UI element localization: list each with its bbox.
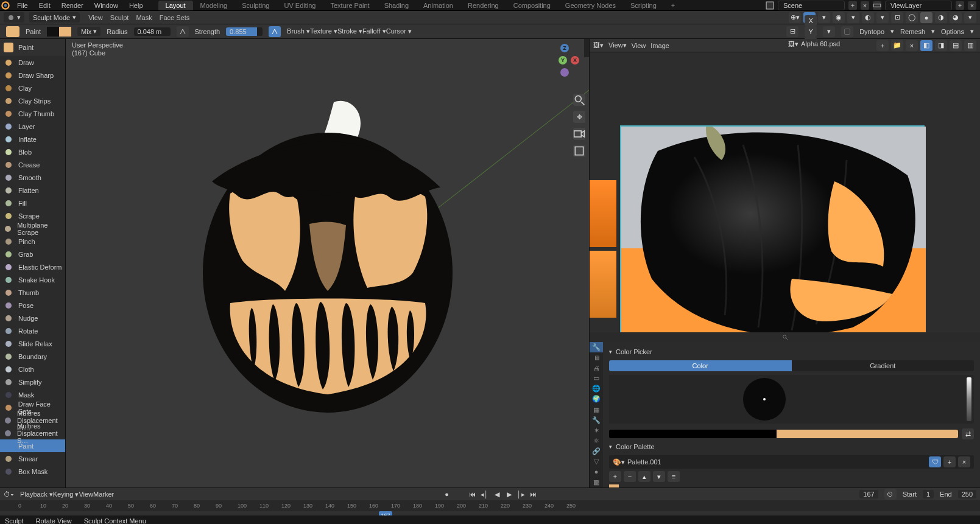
radius-field[interactable]: 0.048 m (134, 27, 171, 36)
palette-browse-icon[interactable]: 🎨▾ (613, 458, 625, 466)
scene-pin-icon[interactable]: × (861, 1, 869, 10)
next-keyframe-icon[interactable]: │▸ (516, 489, 527, 499)
color-palette-panel-header[interactable]: ▾Color Palette (609, 441, 974, 453)
color-picker-panel-header[interactable]: ▾Color Picker (609, 346, 974, 358)
play-reverse-icon[interactable]: ◀ (492, 489, 502, 499)
workspace-tab-rendering[interactable]: Rendering (460, 1, 506, 10)
start-frame-field[interactable]: 1 (923, 490, 934, 498)
palette-unlink-icon[interactable]: × (958, 456, 970, 467)
tool-multiplane-scrape[interactable]: Multiplane Scrape (0, 222, 65, 235)
gradient-tab[interactable]: Gradient (792, 360, 975, 371)
prop-tab-output[interactable]: 🖨 (590, 363, 603, 373)
timeline-menu-keying[interactable]: Keying ▾ (53, 491, 79, 498)
scene-field[interactable]: Scene (778, 1, 845, 10)
outliner-search[interactable] (590, 332, 980, 342)
tool-nudge[interactable]: Nudge (0, 312, 65, 324)
palette-fake-user-icon[interactable]: 🛡 (929, 456, 941, 467)
prop-tab-physics[interactable]: ⚛ (590, 436, 603, 446)
tool-elastic-deform[interactable]: Elastic Deform (0, 260, 65, 273)
prop-tab-scene[interactable]: 🌐 (590, 383, 603, 394)
secondary-color-swatch[interactable] (59, 27, 71, 37)
image-editor-viewport[interactable] (590, 52, 980, 332)
snap-dropdown[interactable]: ▾ (818, 12, 830, 23)
tool-layer[interactable]: Layer (0, 120, 65, 133)
tool-smear[interactable]: Smear (0, 452, 65, 465)
workspace-tab-geometry-nodes[interactable]: Geometry Nodes (558, 1, 623, 10)
tool-thumb[interactable]: Thumb (0, 286, 65, 299)
scene-browse-icon[interactable] (766, 1, 774, 10)
current-frame-field[interactable]: 167 (859, 490, 878, 498)
primary-color-swatch[interactable] (47, 27, 59, 37)
timeline-menu-view[interactable]: View (79, 491, 93, 498)
palette-add-color-icon[interactable]: + (609, 471, 621, 482)
prop-tab-render[interactable]: 🖥 (590, 352, 603, 363)
workspace-tab-sculpting[interactable]: Sculpting (234, 1, 277, 10)
strength-field[interactable]: 0.855 (226, 27, 263, 36)
image-open-icon[interactable]: 📁 (891, 40, 903, 51)
tool-flatten[interactable]: Flatten (0, 184, 65, 197)
tool-grab[interactable]: Grab (0, 248, 65, 260)
gizmo-z-axis[interactable]: Z (560, 44, 569, 52)
tool-crease[interactable]: Crease (0, 158, 65, 171)
tool-snake-hook[interactable]: Snake Hook (0, 273, 65, 286)
viewport-menu-sculpt[interactable]: Sculpt (107, 13, 133, 23)
toolbar-top-brush[interactable]: Paint (0, 39, 65, 56)
timeline-menu-marker[interactable]: Marker (93, 491, 114, 498)
overlay-toggle-icon[interactable]: ◐ (862, 12, 874, 23)
tool-boundary[interactable]: Boundary (0, 350, 65, 363)
prop-tab-tool[interactable]: 🔧 (590, 342, 603, 352)
viewport-menu-mask[interactable]: Mask (132, 13, 155, 23)
zoom-icon[interactable] (573, 94, 585, 106)
tool-box-mask[interactable]: Box Mask (0, 465, 65, 478)
timeline-ruler[interactable]: 0102030405060708090100110120130140150160… (0, 500, 980, 511)
palette-remove-color-icon[interactable]: − (624, 471, 636, 482)
gizmo-dropdown[interactable]: ▾ (847, 12, 859, 23)
image-r-icon[interactable]: ▥ (964, 40, 976, 51)
end-frame-field[interactable]: 250 (958, 490, 976, 498)
scene-new-icon[interactable]: + (848, 1, 857, 10)
gizmo-x-axis[interactable]: X (571, 56, 579, 65)
palette-move-up-icon[interactable]: ▴ (638, 471, 650, 482)
tool-rotate[interactable]: Rotate (0, 324, 65, 337)
tool-simplify[interactable]: Simplify (0, 376, 65, 388)
workspace-tab-shading[interactable]: Shading (377, 1, 416, 10)
tool-slide-relax[interactable]: Slide Relax (0, 337, 65, 350)
nav-gizmo[interactable]: Z Y X (546, 45, 583, 82)
sculpt-object[interactable] (194, 90, 462, 419)
shading-rendered-icon[interactable]: ◕ (950, 12, 962, 23)
n-panel-tab[interactable] (584, 39, 589, 57)
toolsetting-texture-dropdown[interactable]: Texture ▾ (310, 27, 337, 35)
toolsetting-stroke-dropdown[interactable]: Stroke ▾ (337, 27, 362, 35)
tool-inflate[interactable]: Inflate (0, 133, 65, 145)
tool-fill[interactable]: Fill (0, 197, 65, 209)
primary-secondary-gradient[interactable] (609, 430, 958, 438)
play-forward-icon[interactable]: ▶ (504, 489, 515, 499)
color-swatches[interactable] (47, 27, 71, 37)
workspace-add-icon[interactable]: + (664, 1, 682, 10)
brush-preview-icon[interactable] (6, 26, 19, 37)
prop-tab-object[interactable]: ▦ (590, 404, 603, 414)
tool-clay[interactable]: Clay (0, 82, 65, 94)
radius-pressure-icon[interactable] (177, 26, 189, 37)
gizmo-visibility-icon[interactable]: ◉ (833, 12, 845, 23)
gizmo-y-axis[interactable]: Y (559, 56, 567, 65)
blender-logo-icon[interactable] (0, 0, 11, 11)
swap-colors-icon[interactable]: ⇄ (962, 428, 974, 439)
color-wheel-cursor[interactable] (763, 398, 766, 400)
symmetry-dropdown[interactable]: ▾ (823, 26, 835, 37)
viewport-menu-face-sets[interactable]: Face Sets (156, 13, 194, 23)
3d-viewport[interactable]: User Perspective (167) Cube (66, 39, 589, 487)
prev-keyframe-icon[interactable]: ◂│ (479, 489, 490, 499)
perspective-icon[interactable] (573, 145, 585, 157)
image-alpha-icon[interactable]: ◨ (935, 40, 947, 51)
image-display-channels-icon[interactable]: ◧ (920, 40, 932, 51)
image-menu-view[interactable]: View (632, 42, 646, 49)
color-picker-widget[interactable] (609, 375, 974, 424)
tool-pinch[interactable]: Pinch (0, 235, 65, 248)
jump-start-icon[interactable]: ⏮ (467, 489, 478, 499)
workspace-tab-texture-paint[interactable]: Texture Paint (323, 1, 376, 10)
ref-thumbnail-2[interactable] (590, 251, 616, 318)
toolsetting-cursor-dropdown[interactable]: Cursor ▾ (386, 27, 412, 35)
viewlayer-del-icon[interactable]: × (968, 1, 976, 10)
reference-image[interactable] (620, 125, 925, 332)
